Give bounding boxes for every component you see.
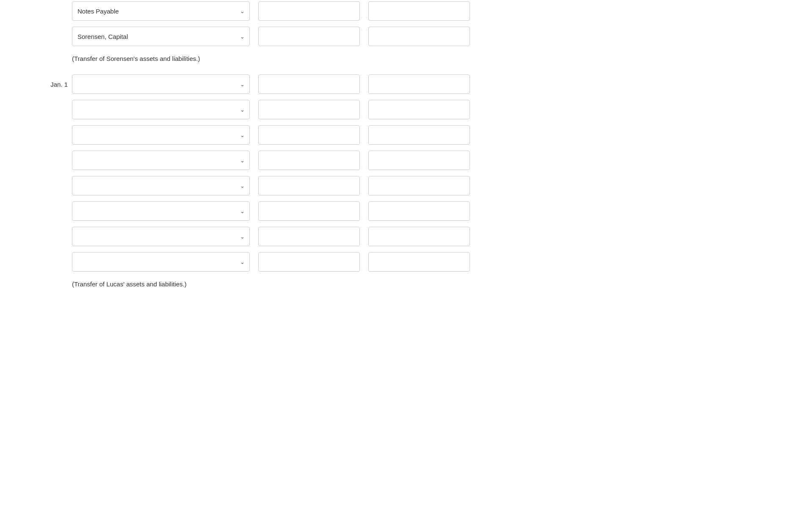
journal-section: Notes Payable ⌄ Sorensen, Capital ⌄ (Tra…	[0, 0, 812, 292]
sorensen-capital-debit-input[interactable]	[258, 27, 360, 46]
jan1-account-wrapper-8: ⌄	[72, 252, 250, 272]
notes-payable-credit-input[interactable]	[368, 1, 470, 21]
jan1-debit-input-4[interactable]	[258, 151, 360, 170]
jan1-credit-input-1[interactable]	[368, 74, 470, 94]
jan1-debit-input-2[interactable]	[258, 100, 360, 119]
sorensen-capital-row: Sorensen, Capital ⌄	[17, 25, 795, 47]
jan1-row-3: ⌄	[17, 124, 795, 146]
jan1-debit-input-5[interactable]	[258, 176, 360, 195]
jan1-row-5: ⌄	[17, 175, 795, 197]
jan1-account-select-3[interactable]	[72, 125, 250, 145]
jan1-account-wrapper-2: ⌄	[72, 100, 250, 119]
notes-payable-account-wrapper: Notes Payable ⌄	[72, 1, 250, 21]
jan1-date-label: Jan. 1	[17, 81, 72, 88]
jan1-row-4: ⌄	[17, 149, 795, 171]
jan1-credit-input-7[interactable]	[368, 227, 470, 246]
jan1-account-wrapper-5: ⌄	[72, 176, 250, 195]
lucas-transfer-note: (Transfer of Lucas' assets and liabiliti…	[72, 276, 795, 292]
jan1-debit-input-8[interactable]	[258, 252, 360, 272]
jan1-account-select-8[interactable]	[72, 252, 250, 272]
jan1-credit-input-6[interactable]	[368, 201, 470, 221]
jan1-credit-input-4[interactable]	[368, 151, 470, 170]
jan1-credit-input-3[interactable]	[368, 125, 470, 145]
jan1-debit-input-7[interactable]	[258, 227, 360, 246]
jan1-account-select-5[interactable]	[72, 176, 250, 195]
jan1-account-select-1[interactable]	[72, 74, 250, 94]
jan1-row-8: ⌄	[17, 251, 795, 273]
jan1-credit-input-2[interactable]	[368, 100, 470, 119]
jan1-account-wrapper-4: ⌄	[72, 151, 250, 170]
jan1-account-wrapper-3: ⌄	[72, 125, 250, 145]
page-container: Notes Payable ⌄ Sorensen, Capital ⌄ (Tra…	[0, 0, 812, 522]
jan1-debit-input-3[interactable]	[258, 125, 360, 145]
jan1-debit-input-6[interactable]	[258, 201, 360, 221]
jan1-account-select-7[interactable]	[72, 227, 250, 246]
jan1-row-6: ⌄	[17, 200, 795, 222]
jan1-account-select-6[interactable]	[72, 201, 250, 221]
jan1-credit-input-5[interactable]	[368, 176, 470, 195]
jan1-row-7: ⌄	[17, 225, 795, 247]
sorensen-transfer-note: (Transfer of Sorensen's assets and liabi…	[72, 51, 795, 66]
jan1-account-select-4[interactable]	[72, 151, 250, 170]
notes-payable-account-select[interactable]: Notes Payable	[72, 1, 250, 21]
sorensen-capital-account-wrapper: Sorensen, Capital ⌄	[72, 27, 250, 46]
notes-payable-debit-input[interactable]	[258, 1, 360, 21]
jan1-account-select-2[interactable]	[72, 100, 250, 119]
jan1-row-2: ⌄	[17, 99, 795, 121]
notes-payable-row: Notes Payable ⌄	[17, 0, 795, 22]
jan1-account-wrapper-1: ⌄	[72, 74, 250, 94]
jan1-debit-input-1[interactable]	[258, 74, 360, 94]
jan1-account-wrapper-7: ⌄	[72, 227, 250, 246]
jan1-credit-input-8[interactable]	[368, 252, 470, 272]
sorensen-capital-credit-input[interactable]	[368, 27, 470, 46]
sorensen-capital-account-select[interactable]: Sorensen, Capital	[72, 27, 250, 46]
jan1-account-wrapper-6: ⌄	[72, 201, 250, 221]
jan1-row-1: Jan. 1 ⌄	[17, 73, 795, 95]
